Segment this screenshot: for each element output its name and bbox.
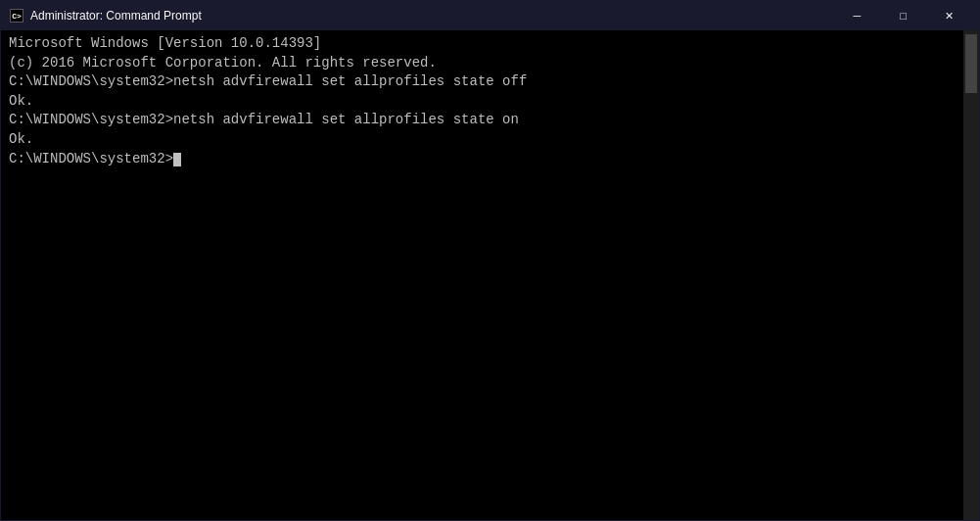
restore-button[interactable]: □ <box>881 1 925 30</box>
terminal-line: Ok. <box>9 92 956 112</box>
terminal-line: Ok. <box>9 130 956 150</box>
scrollbar-thumb[interactable] <box>965 34 977 93</box>
terminal-line: (c) 2016 Microsoft Corporation. All righ… <box>9 54 956 73</box>
app-icon: C> <box>9 8 24 24</box>
window-controls: ─ □ ✕ <box>835 1 971 30</box>
content-area: Microsoft Windows [Version 10.0.14393](c… <box>1 30 979 520</box>
close-button[interactable]: ✕ <box>927 1 971 30</box>
terminal-line: C:\WINDOWS\system32>netsh advfirewall se… <box>9 111 956 130</box>
minimize-button[interactable]: ─ <box>835 1 879 30</box>
titlebar: C> Administrator: Command Prompt ─ □ ✕ <box>1 1 979 30</box>
terminal-line: C:\WINDOWS\system32> <box>9 150 956 169</box>
window-title: Administrator: Command Prompt <box>30 9 202 23</box>
titlebar-left: C> Administrator: Command Prompt <box>9 8 202 24</box>
scrollbar[interactable] <box>963 30 979 520</box>
terminal-line: C:\WINDOWS\system32>netsh advfirewall se… <box>9 72 956 92</box>
terminal-line: Microsoft Windows [Version 10.0.14393] <box>9 34 956 54</box>
cmd-window: C> Administrator: Command Prompt ─ □ ✕ M… <box>0 0 980 521</box>
terminal-output[interactable]: Microsoft Windows [Version 10.0.14393](c… <box>1 30 963 520</box>
terminal-cursor <box>173 153 181 166</box>
cmd-logo: C> <box>10 9 23 23</box>
